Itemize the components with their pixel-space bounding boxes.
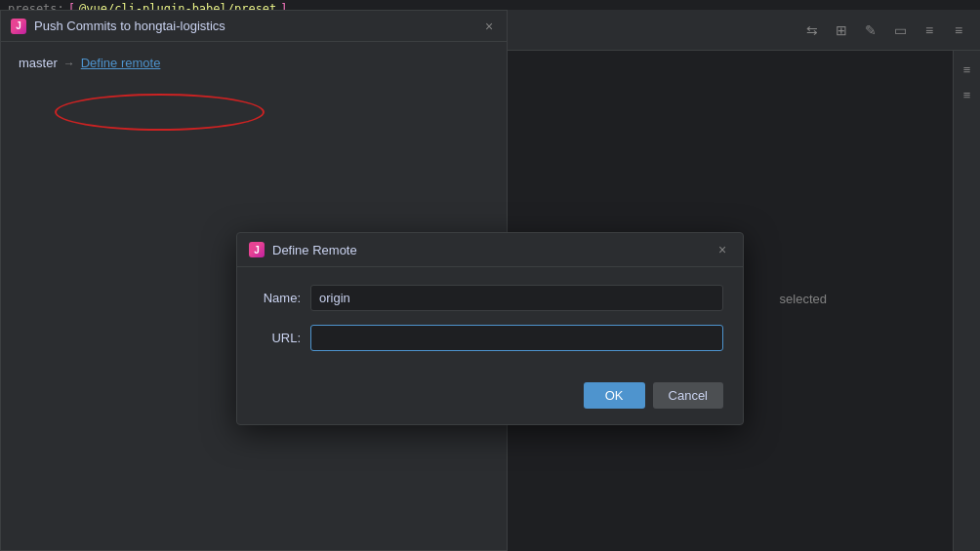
name-label: Name: xyxy=(257,291,301,305)
dialog-body: Name: URL: xyxy=(237,267,743,382)
menu-icon-1[interactable]: ≡ xyxy=(918,19,941,42)
push-window-title-text: Push Commits to hongtai-logistics xyxy=(34,19,225,33)
v-toolbar-icon-1[interactable]: ≡ xyxy=(957,59,978,80)
define-remote-dialog: J Define Remote × Name: URL: OK Cancel xyxy=(236,232,744,425)
branch-name: master xyxy=(19,56,58,70)
branch-arrow-icon: → xyxy=(63,57,75,70)
url-input[interactable] xyxy=(310,325,723,351)
push-window-title: J Push Commits to hongtai-logistics xyxy=(11,19,225,34)
jetbrains-icon: J xyxy=(11,19,26,34)
grid-icon[interactable]: ⊞ xyxy=(830,19,853,42)
selected-status-text: selected xyxy=(780,292,827,306)
toolbar-area: ⇆ ⊞ ✎ ▭ ≡ ≡ xyxy=(508,10,980,51)
layout-icon[interactable]: ▭ xyxy=(888,19,912,42)
dialog-title-text: Define Remote xyxy=(272,243,357,257)
name-form-row: Name: xyxy=(257,285,723,311)
vertical-toolbar: ≡ ≡ xyxy=(953,51,980,551)
push-window-titlebar: J Push Commits to hongtai-logistics × xyxy=(1,11,507,42)
dialog-icon: J xyxy=(249,242,265,257)
define-remote-link[interactable]: Define remote xyxy=(81,56,161,70)
url-label: URL: xyxy=(257,331,301,345)
branch-bar: master → Define remote xyxy=(11,52,497,74)
dialog-title-left: J Define Remote xyxy=(249,242,357,257)
ok-button[interactable]: OK xyxy=(584,382,645,409)
push-window-close-button[interactable]: × xyxy=(481,19,497,34)
url-form-row: URL: xyxy=(257,325,723,351)
edit-icon[interactable]: ✎ xyxy=(859,19,882,42)
dialog-footer: OK Cancel xyxy=(237,382,743,424)
sync-icon[interactable]: ⇆ xyxy=(800,19,824,42)
menu-icon-2[interactable]: ≡ xyxy=(947,19,970,42)
annotation-circle xyxy=(55,94,265,131)
name-input[interactable] xyxy=(310,285,723,311)
dialog-close-button[interactable]: × xyxy=(714,241,731,258)
dialog-titlebar: J Define Remote × xyxy=(237,233,743,267)
cancel-button[interactable]: Cancel xyxy=(653,382,723,409)
v-toolbar-icon-2[interactable]: ≡ xyxy=(957,84,978,105)
